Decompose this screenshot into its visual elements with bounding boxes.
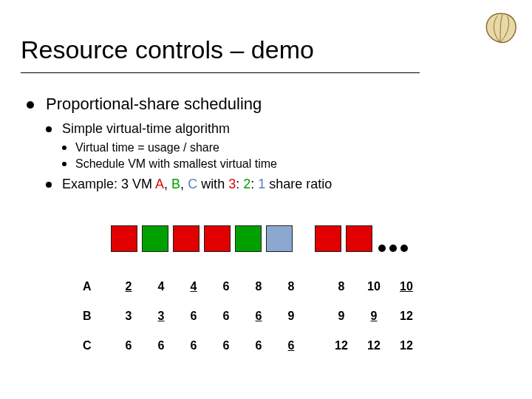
cell: 6	[242, 301, 275, 331]
row-label-c: C	[80, 331, 112, 361]
bullet-proportional-share: Proportional-share scheduling Simple vir…	[27, 95, 499, 192]
cell: 6	[210, 331, 242, 361]
schedule-blocks-row	[111, 225, 408, 252]
cell: 4	[145, 272, 177, 301]
row-label-b: B	[80, 301, 112, 331]
table-row: A24468881010	[80, 272, 423, 301]
schedule-block-green	[235, 225, 262, 252]
dot-icon	[400, 245, 408, 252]
cell: 8	[242, 272, 275, 301]
cell: 8	[325, 272, 358, 301]
bullet-schedule-smallest: Schedule VM with smallest virtual time	[62, 157, 499, 171]
sep: ,	[180, 177, 188, 191]
colon: :	[250, 177, 258, 191]
cell: 12	[390, 301, 423, 331]
table-row: C666666121212	[80, 331, 423, 361]
shell-icon	[479, 10, 522, 46]
cell: 6	[275, 331, 307, 361]
column-gap	[307, 301, 325, 331]
colon: :	[236, 177, 243, 191]
bullet-text: Proportional-share scheduling	[46, 95, 262, 113]
schedule-block-red	[173, 225, 200, 252]
ratio-3: 3	[228, 177, 236, 191]
dot-icon	[389, 245, 397, 252]
vm-a-label: A	[155, 177, 164, 191]
schedule-block-blue	[266, 225, 293, 252]
schedule-block-red	[204, 225, 231, 252]
sep: ,	[164, 177, 171, 191]
schedule-block-red	[315, 225, 341, 252]
cell: 10	[358, 272, 390, 301]
column-gap	[307, 272, 325, 301]
cell: 4	[177, 272, 210, 301]
ratio-1: 1	[258, 177, 265, 191]
schedule-block-red	[346, 225, 372, 252]
cell: 6	[177, 331, 210, 361]
dot-icon	[378, 245, 386, 252]
cell: 6	[242, 331, 275, 361]
schedule-block-green	[142, 225, 168, 252]
table-row: B3366699912	[80, 301, 423, 331]
cell: 8	[275, 272, 307, 301]
bullet-text: Simple virtual-time algorithm	[62, 121, 230, 136]
title-underline	[21, 72, 420, 73]
cell: 3	[112, 301, 145, 331]
bullet-example: Example: 3 VM A, B, C with 3: 2: 1 share…	[46, 177, 499, 192]
cell: 9	[325, 301, 358, 331]
block-gap	[297, 225, 310, 252]
vm-b-label: B	[171, 177, 180, 191]
column-gap	[307, 331, 325, 361]
cell: 3	[145, 301, 177, 331]
row-label-a: A	[80, 272, 112, 301]
cell: 9	[358, 301, 390, 331]
bullet-simple-algorithm: Simple virtual-time algorithm Virtual ti…	[46, 121, 499, 171]
slide-title: Resource controls – demo	[21, 35, 314, 69]
example-mid: with	[197, 177, 228, 191]
cell: 12	[390, 331, 423, 361]
cell: 6	[210, 272, 242, 301]
schedule-block-red	[111, 225, 137, 252]
cell: 12	[325, 331, 358, 361]
bullet-virtual-time-def: Virtual time = usage / share	[62, 141, 499, 154]
virtual-time-table: A24468881010B3366699912C666666121212	[80, 272, 423, 361]
cell: 6	[112, 331, 145, 361]
cell: 6	[177, 301, 210, 331]
cell: 6	[210, 301, 242, 331]
cell: 9	[275, 301, 307, 331]
vm-c-label: C	[188, 177, 197, 191]
cell: 10	[390, 272, 423, 301]
example-suffix: share ratio	[265, 177, 332, 191]
ellipsis-dots	[378, 245, 408, 252]
example-prefix: Example: 3 VM	[62, 177, 155, 191]
cell: 2	[112, 272, 145, 301]
cell: 12	[358, 331, 390, 361]
cell: 6	[145, 331, 177, 361]
ratio-2: 2	[243, 177, 250, 191]
content-area: Proportional-share scheduling Simple vir…	[27, 95, 499, 200]
